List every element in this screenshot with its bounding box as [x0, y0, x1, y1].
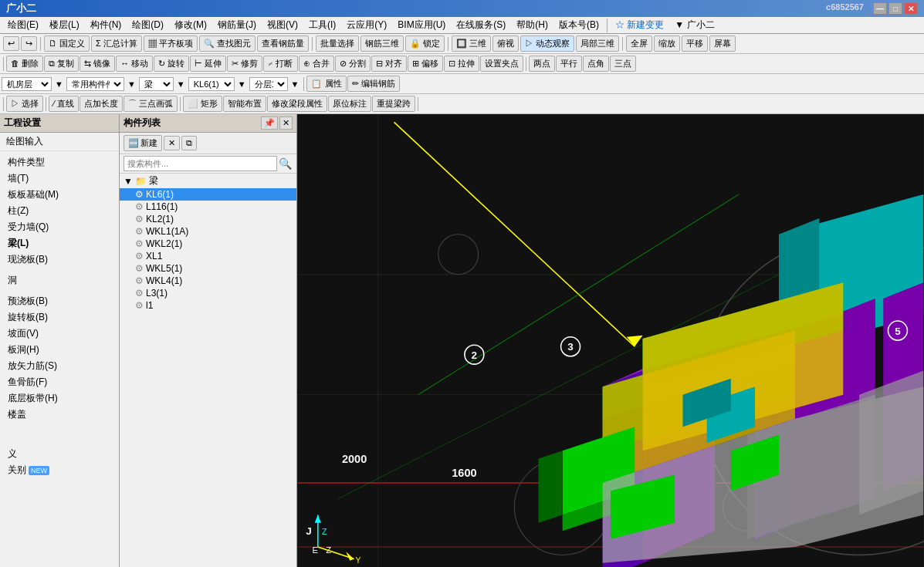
btn-zoom[interactable]: 缩放	[654, 35, 680, 52]
btn-flatboard[interactable]: ▦ 平齐板项	[144, 35, 198, 52]
tree-item-l3[interactable]: ⚙ L3(1)	[120, 287, 296, 299]
btn-dynamic-view[interactable]: ▷ 动态观察	[520, 35, 574, 52]
btn-redo[interactable]: ↪	[21, 36, 37, 51]
nav-fishbone-rebar[interactable]: 鱼骨筋(F)	[0, 374, 119, 390]
select-type[interactable]: 常用构件件	[66, 77, 124, 91]
select-category[interactable]: 梁	[139, 77, 174, 91]
btn-rebar-3d[interactable]: 钢筋三维	[360, 35, 404, 52]
tree-item-wkl1[interactable]: ⚙ WKL1(1A)	[120, 225, 296, 238]
btn-offset[interactable]: ⊞ 偏移	[408, 56, 443, 72]
close-button[interactable]: ✕	[904, 2, 918, 15]
maximize-button[interactable]: □	[888, 2, 902, 15]
menu-new-change[interactable]: ☆ 新建变更	[611, 17, 668, 33]
btn-rect[interactable]: ⬜ 矩形	[183, 96, 222, 112]
menu-user[interactable]: ▼ 广小二	[670, 17, 719, 33]
btn-parallel[interactable]: 平行	[556, 56, 582, 72]
btn-set-grip[interactable]: 设置夹点	[480, 56, 523, 72]
3d-viewport[interactable]: 2 3 5 2000 1600 J F E Z Z Y	[297, 114, 924, 567]
menu-floor[interactable]: 楼层(L)	[45, 17, 84, 33]
btn-in-place-mark[interactable]: 原位标注	[328, 96, 371, 112]
btn-merge[interactable]: ⊕ 合并	[299, 56, 334, 72]
pin-panel-btn[interactable]: 📌	[261, 116, 278, 130]
menu-version[interactable]: 版本号(B)	[554, 17, 604, 33]
btn-reextract-span[interactable]: 重提梁跨	[372, 96, 415, 112]
nav-shear-wall[interactable]: 受力墙(Q)	[0, 219, 119, 235]
btn-copy-component[interactable]: ⧉	[181, 136, 197, 150]
btn-delete[interactable]: 🗑 删除	[6, 56, 43, 72]
nav-cast-slab[interactable]: 现浇板(B)	[0, 251, 119, 268]
btn-select[interactable]: ▷ 选择	[6, 96, 43, 112]
btn-define[interactable]: 🗋 国定义	[44, 35, 90, 52]
nav-beam[interactable]: 梁(L)	[0, 235, 119, 251]
menu-modify[interactable]: 修改(M)	[170, 17, 212, 33]
btn-stretch[interactable]: ⊡ 拉伸	[444, 56, 479, 72]
search-button[interactable]: 🔍	[277, 156, 293, 171]
tree-item-kl6[interactable]: ⚙ KL6(1)	[120, 188, 296, 201]
nav-floor-cover[interactable]: 楼盖	[0, 407, 119, 423]
btn-rotate[interactable]: ↻ 旋转	[154, 56, 189, 72]
tree-item-l116[interactable]: ⚙ L116(1)	[120, 201, 296, 213]
btn-trim[interactable]: ✂ 修剪	[227, 56, 262, 72]
select-divlayer[interactable]: 分层1	[249, 77, 288, 91]
btn-copy[interactable]: ⧉ 复制	[44, 56, 79, 72]
btn-break[interactable]: ⌿ 打断	[263, 56, 297, 72]
btn-move[interactable]: ↔ 移动	[116, 56, 153, 72]
btn-two-pts[interactable]: 两点	[529, 56, 555, 72]
nav-bottom-strip[interactable]: 底层板带(H)	[0, 390, 119, 407]
menu-cloud[interactable]: 云应用(Y)	[342, 17, 391, 33]
btn-arc-3pt[interactable]: ⌒ 三点画弧	[124, 96, 178, 112]
nav-slab-opening[interactable]: 板洞(H)	[0, 342, 119, 358]
nav-column[interactable]: 柱(Z)	[0, 203, 119, 219]
btn-mirror[interactable]: ⇆ 镜像	[80, 56, 115, 72]
tree-item-xl1[interactable]: ⚙ XL1	[120, 250, 296, 262]
nav-spiral-slab[interactable]: 旋转板(B)	[0, 309, 119, 326]
menu-component[interactable]: 构件(N)	[86, 17, 127, 33]
nav-component-type[interactable]: 构件类型	[0, 154, 119, 170]
btn-pt-len[interactable]: 点加长度	[80, 96, 123, 112]
btn-find-element[interactable]: 🔍 查找图元	[199, 35, 256, 52]
nav-wall[interactable]: 墙(T)	[0, 170, 119, 187]
tree-item-wkl4[interactable]: ⚙ WKL4(1)	[120, 275, 296, 287]
nav-category-new[interactable]: 关别 NEW	[0, 462, 119, 478]
btn-modify-beam-seg[interactable]: 修改梁段属性	[267, 96, 327, 112]
minimize-button[interactable]: —	[873, 2, 887, 15]
project-settings-header[interactable]: 工程设置	[0, 114, 119, 133]
tree-item-l1[interactable]: ⚙ l1	[120, 299, 296, 312]
nav-yi[interactable]: 义	[0, 446, 119, 462]
btn-delete-component[interactable]: ✕	[164, 136, 180, 150]
btn-edit-rebar[interactable]: ✏ 编辑钢筋	[347, 76, 400, 92]
menu-bim[interactable]: BIM应用(U)	[393, 17, 450, 33]
btn-split[interactable]: ⊘ 分割	[335, 56, 371, 72]
btn-fullscreen[interactable]: 全屏	[626, 35, 652, 52]
btn-align[interactable]: ⊟ 对齐	[371, 56, 407, 72]
btn-batch-select[interactable]: 批量选择	[316, 35, 359, 52]
btn-pt-angle[interactable]: 点角	[583, 56, 609, 72]
tree-item-wkl2[interactable]: ⚙ WKL2(1)	[120, 238, 296, 250]
menu-help[interactable]: 帮助(H)	[512, 17, 553, 33]
btn-smart-layout[interactable]: 智能布置	[223, 96, 266, 112]
nav-slab-foundation[interactable]: 板板基础(M)	[0, 187, 119, 203]
btn-local-3d[interactable]: 局部三维	[576, 35, 619, 52]
menu-draw[interactable]: 绘图(D)	[127, 17, 168, 33]
menu-drawing-e[interactable]: 绘图(E)	[3, 17, 43, 33]
btn-view-rebar[interactable]: 查看钢筋量	[257, 35, 309, 52]
btn-three-pts[interactable]: 三点	[610, 56, 636, 72]
menu-view[interactable]: 视图(V)	[262, 17, 303, 33]
menu-online[interactable]: 在线服务(S)	[452, 17, 510, 33]
btn-line[interactable]: ∕ 直线	[49, 96, 79, 112]
close-panel-btn[interactable]: ✕	[279, 116, 293, 130]
btn-top-view[interactable]: 俯视	[492, 35, 519, 52]
tree-item-kl2[interactable]: ⚙ KL2(1)	[120, 213, 296, 225]
btn-extend[interactable]: ⊢ 延伸	[190, 56, 226, 72]
btn-3d[interactable]: 🔲 三维	[452, 35, 491, 52]
tree-item-wkl5[interactable]: ⚙ WKL5(1)	[120, 262, 296, 275]
btn-attr[interactable]: 📋 属性	[306, 76, 346, 92]
btn-lock[interactable]: 🔒 锁定	[405, 35, 445, 52]
nav-slope[interactable]: 坡面(V)	[0, 326, 119, 342]
select-element[interactable]: KL6(1)	[188, 77, 235, 91]
tree-root-beam[interactable]: ▼ 📁 梁	[120, 174, 296, 188]
menu-rebar-qty[interactable]: 钢筋量(J)	[213, 17, 261, 33]
nav-opening[interactable]: 洞	[0, 272, 119, 289]
btn-screen[interactable]: 屏幕	[709, 35, 736, 52]
nav-precast-slab[interactable]: 预浇板(B)	[0, 293, 119, 309]
